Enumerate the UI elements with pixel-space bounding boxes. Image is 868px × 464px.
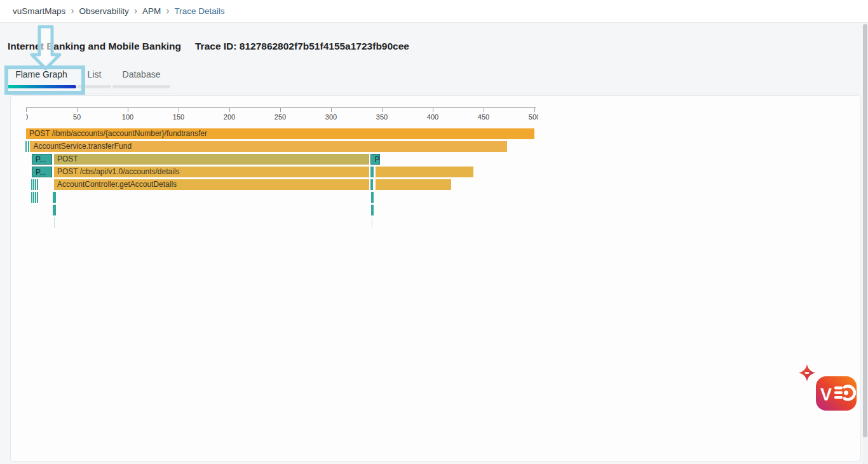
flame-span[interactable] [35,179,36,190]
axis-tick-label: 450 [478,113,489,121]
flame-span[interactable] [33,179,34,190]
axis-tick [179,107,179,112]
flame-span [54,217,55,228]
flame-row: P...POSTP [26,154,538,165]
flame-span[interactable] [33,192,34,203]
axis-tick-label: 250 [275,113,286,121]
ved-logo-mark: V [816,376,857,411]
tab-list[interactable]: List [78,66,111,88]
flame-span[interactable]: AccountService.transferFund [30,141,506,152]
flame-span[interactable] [371,205,374,215]
axis-tick [534,107,535,112]
flame-span[interactable] [376,167,473,177]
flame-span[interactable] [25,141,27,152]
axis-tick [128,107,128,112]
axis-tick [77,107,78,112]
flame-row [26,205,538,215]
chevron-right-icon: › [165,6,170,17]
vertical-scrollbar[interactable] [862,23,868,464]
breadcrumb-item-apm[interactable]: APM [142,6,161,16]
scrollbar-thumb[interactable] [863,24,867,437]
content-card: 050100150200250300350400450500 POST /ibm… [10,95,861,461]
axis-tick [382,107,383,112]
axis-tick-label: 0 [26,113,28,121]
trace-id: Trace ID: 8127862802f7b51f4155a1723fb90c… [195,41,409,52]
ved-logo: V [797,362,860,413]
flame-span[interactable]: POST /cbs/api/v1.0/accounts/details [54,167,369,177]
axis-tick [484,107,484,112]
flame-span[interactable] [28,141,30,152]
flame-span[interactable] [31,192,32,203]
axis-tick-label: 200 [224,113,235,121]
breadcrumb-item-observability[interactable]: Observability [79,6,129,16]
flame-graph: 050100150200250300350400450500 POST /ibm… [26,107,538,349]
svg-text:V: V [820,385,832,404]
flame-span[interactable] [53,192,56,203]
flame-span[interactable]: POST /ibmb/accounts/{accountNumber}/fund… [26,128,534,139]
axis-tick-label: 400 [427,113,438,121]
axis-tick [433,107,433,112]
chevron-right-icon: › [133,6,138,17]
tab-underline [6,85,76,88]
axis-line [26,107,536,108]
flame-row [26,192,538,203]
flame-axis: 050100150200250300350400450500 [26,107,538,127]
breadcrumb: vuSmartMaps›Observability›APM›Trace Deta… [13,6,225,17]
flame-span[interactable] [370,179,373,190]
flame-row: AccountController.getAccoutDetails [26,179,538,190]
axis-tick-label: 350 [376,113,388,121]
flame-span [372,217,372,228]
axis-tick-label: 500 [529,113,538,121]
axis-tick-label: 150 [173,113,184,121]
axis-tick [229,107,230,112]
flame-row [26,217,538,228]
flame-span[interactable]: AccountController.getAccoutDetails [54,179,369,190]
top-navigation-bar: vuSmartMaps›Observability›APM›Trace Deta… [0,0,868,23]
breadcrumb-item-vusmartmaps[interactable]: vuSmartMaps [13,6,65,16]
tab-label: Flame Graph [6,69,76,85]
flame-row: POST /ibmb/accounts/{accountNumber}/fund… [26,128,538,139]
flame-span[interactable] [376,179,451,190]
flame-span[interactable] [37,192,38,203]
axis-tick-label: 300 [325,113,337,121]
flame-span[interactable] [35,192,36,203]
flame-row: AccountService.transferFund [26,141,538,152]
axis-tick-label: 100 [122,113,133,121]
flame-span[interactable] [371,192,374,203]
axis-tick [331,107,332,112]
flame-span[interactable] [370,167,374,177]
tab-underline [112,85,170,88]
flame-span[interactable]: P... [32,167,52,177]
flame-span[interactable]: P [370,154,379,165]
axis-tick [280,107,281,112]
flame-row: P...POST /cbs/api/v1.0/accounts/details [26,167,538,177]
breadcrumb-item-trace-details: Trace Details [175,6,225,16]
flame-span[interactable] [53,205,56,215]
tab-underline [78,85,111,88]
tab-divider [0,93,862,93]
flame-span[interactable] [37,179,38,190]
tab-flame-graph[interactable]: Flame Graph [6,66,76,88]
tab-label: Database [112,69,170,85]
tab-database[interactable]: Database [112,66,170,88]
flame-span[interactable]: P... [32,154,52,165]
tab-bar: Flame GraphListDatabase [6,66,170,88]
axis-tick [26,107,27,112]
flame-span[interactable]: POST [54,154,369,165]
axis-tick-label: 50 [73,113,81,121]
page-title: Internet Banking and Mobile Banking [8,41,181,52]
tab-label: List [78,69,111,85]
flame-span[interactable] [31,179,32,190]
chevron-right-icon: › [70,6,74,17]
